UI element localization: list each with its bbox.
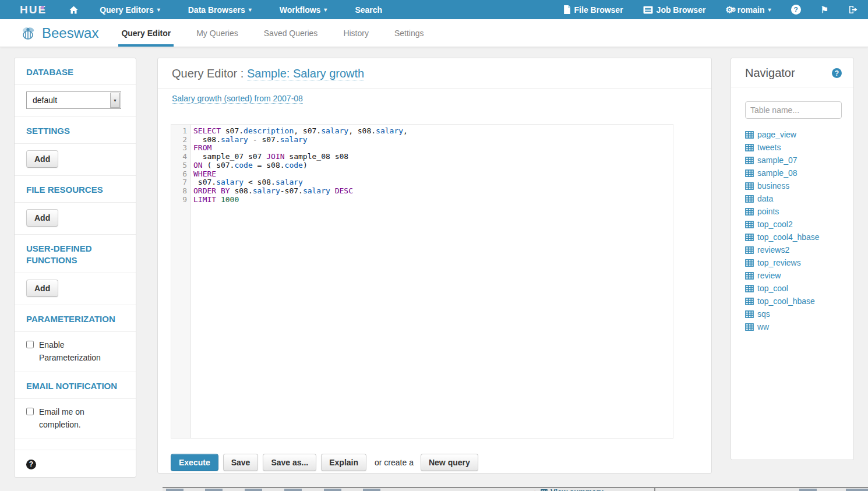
menu-search[interactable]: Search xyxy=(355,5,382,15)
table-list-item[interactable]: tweets xyxy=(745,141,853,154)
table-list-item[interactable]: review xyxy=(745,269,853,282)
table-icon xyxy=(745,234,754,241)
line-number: 4 xyxy=(171,153,187,161)
tab-settings[interactable]: Settings xyxy=(386,19,433,47)
udf-heading: USER-DEFINED FUNCTIONS xyxy=(15,235,136,273)
peek-block xyxy=(799,489,817,491)
tab-my-queries[interactable]: My Queries xyxy=(188,19,247,47)
table-name-link[interactable]: page_view xyxy=(757,130,796,139)
table-list-item[interactable]: sample_07 xyxy=(745,154,853,167)
save-button[interactable]: Save xyxy=(223,454,259,471)
app-title[interactable]: Beeswax xyxy=(42,25,98,41)
enable-parameterization-label[interactable]: Enable Parameterization xyxy=(39,338,112,364)
table-name-link[interactable]: ww xyxy=(757,322,769,331)
navbar-left: HUE Query Editors▾ Data Browsers▾ Workfl… xyxy=(0,3,382,16)
table-list-item[interactable]: points xyxy=(745,205,853,218)
explain-button[interactable]: Explain xyxy=(321,454,366,471)
execute-button[interactable]: Execute xyxy=(171,454,218,471)
app-bar: Beeswax Query Editor My Queries Saved Qu… xyxy=(0,19,868,47)
table-name-link[interactable]: points xyxy=(757,207,779,216)
line-number: 9 xyxy=(171,196,187,204)
view-summary-link[interactable]: ▸ View summary xyxy=(535,488,604,491)
peek-block xyxy=(245,489,262,491)
table-name-link[interactable]: review xyxy=(757,271,781,280)
table-name-link[interactable]: top_cool2 xyxy=(757,220,793,229)
query-editor-header: Query Editor : Sample: Salary growth xyxy=(158,58,711,89)
settings-add-button[interactable]: Add xyxy=(26,150,58,168)
home-button[interactable] xyxy=(69,5,79,15)
feedback-button[interactable]: ⚑ xyxy=(821,5,828,15)
table-name-link[interactable]: sqs xyxy=(757,309,770,319)
email-on-completion-label[interactable]: Email me on completion. xyxy=(39,405,112,431)
email-on-completion-checkbox[interactable] xyxy=(26,408,34,415)
table-name-link[interactable]: top_cool_hbase xyxy=(757,296,815,306)
save-as-button[interactable]: Save as... xyxy=(263,454,316,471)
table-name-link[interactable]: tweets xyxy=(757,143,781,152)
user-menu[interactable]: ⚙⚙ romain▾ xyxy=(725,5,771,15)
sidebar-help-icon[interactable]: ? xyxy=(26,460,36,469)
peek-block xyxy=(324,489,341,491)
sql-code-line: s08.salary - s07.salary xyxy=(193,136,673,144)
table-name-link[interactable]: top_cool xyxy=(757,284,788,293)
chevron-down-icon: ▾ xyxy=(768,7,771,13)
help-button[interactable]: ? xyxy=(791,5,801,15)
table-name-link[interactable]: sample_08 xyxy=(757,168,798,178)
table-list-item[interactable]: top_reviews xyxy=(745,256,853,269)
help-icon: ? xyxy=(791,5,801,15)
top-navbar: HUE Query Editors▾ Data Browsers▾ Workfl… xyxy=(0,0,868,19)
table-icon xyxy=(745,272,754,280)
query-description-link[interactable]: Salary growth (sorted) from 2007-08 xyxy=(172,94,303,104)
hue-logo[interactable]: HUE xyxy=(20,3,47,16)
table-icon xyxy=(541,489,548,491)
table-list-item[interactable]: top_cool4_hbase xyxy=(745,231,853,243)
table-list-item[interactable]: top_cool_hbase xyxy=(745,295,853,308)
table-icon xyxy=(745,195,754,203)
table-list-item[interactable]: top_cool xyxy=(745,282,853,295)
table-name-link[interactable]: data xyxy=(757,194,773,203)
table-list-item[interactable]: sqs xyxy=(745,308,853,320)
file-browser-button[interactable]: File Browser xyxy=(563,5,623,15)
menu-data-browsers[interactable]: Data Browsers▾ xyxy=(188,5,252,15)
sql-code[interactable]: SELECT s07.description, s07.salary, s08.… xyxy=(190,125,673,438)
content-area: DATABASE default ▼ SETTINGS Add FILE RES… xyxy=(0,47,868,491)
table-list-item[interactable]: business xyxy=(745,179,853,192)
menu-query-editors[interactable]: Query Editors▾ xyxy=(100,5,160,15)
table-name-link[interactable]: business xyxy=(757,181,789,190)
tab-saved-queries[interactable]: Saved Queries xyxy=(255,19,327,47)
file-resources-add-button[interactable]: Add xyxy=(26,209,58,227)
table-list-item[interactable]: top_cool2 xyxy=(745,218,853,231)
table-icon xyxy=(745,131,754,139)
table-name-link[interactable]: top_reviews xyxy=(757,258,801,267)
table-name-link[interactable]: reviews2 xyxy=(757,245,789,255)
sidebar-spacer xyxy=(15,439,136,450)
settings-heading: SETTINGS xyxy=(15,117,136,144)
table-list-item[interactable]: reviews2 xyxy=(745,243,853,256)
navigator-help-icon[interactable]: ? xyxy=(832,68,842,78)
new-query-button[interactable]: New query xyxy=(421,454,478,471)
table-icon xyxy=(745,285,754,292)
table-list-item[interactable]: sample_08 xyxy=(745,167,853,179)
peek-block xyxy=(166,489,184,491)
udf-add-button[interactable]: Add xyxy=(26,280,58,297)
job-browser-button[interactable]: Job Browser xyxy=(643,5,706,15)
tab-query-editor[interactable]: Query Editor xyxy=(112,19,179,47)
query-name-link[interactable]: Sample: Salary growth xyxy=(247,67,364,80)
query-editor-panel: Query Editor : Sample: Salary growth Sal… xyxy=(157,58,712,474)
table-name-filter-input[interactable] xyxy=(745,101,842,119)
sql-editor[interactable]: 123456789 SELECT s07.description, s07.sa… xyxy=(171,124,673,439)
table-list-item[interactable]: ww xyxy=(745,320,853,333)
tab-history[interactable]: History xyxy=(334,19,377,47)
table-name-link[interactable]: sample_07 xyxy=(757,156,798,165)
menu-workflows[interactable]: Workflows▾ xyxy=(280,5,327,15)
logout-button[interactable] xyxy=(848,5,858,14)
table-name-link[interactable]: top_cool4_hbase xyxy=(757,232,820,242)
table-icon xyxy=(745,157,754,164)
navigator-panel: Navigator ? page_viewtweetssample_07samp… xyxy=(731,58,854,460)
enable-parameterization-checkbox[interactable] xyxy=(26,341,34,348)
peek-separator xyxy=(654,488,655,491)
table-icon xyxy=(745,298,754,305)
chevron-down-icon: ▾ xyxy=(157,7,160,13)
database-select[interactable]: default ▼ xyxy=(26,91,121,109)
table-list-item[interactable]: page_view xyxy=(745,128,853,141)
table-list-item[interactable]: data xyxy=(745,192,853,205)
